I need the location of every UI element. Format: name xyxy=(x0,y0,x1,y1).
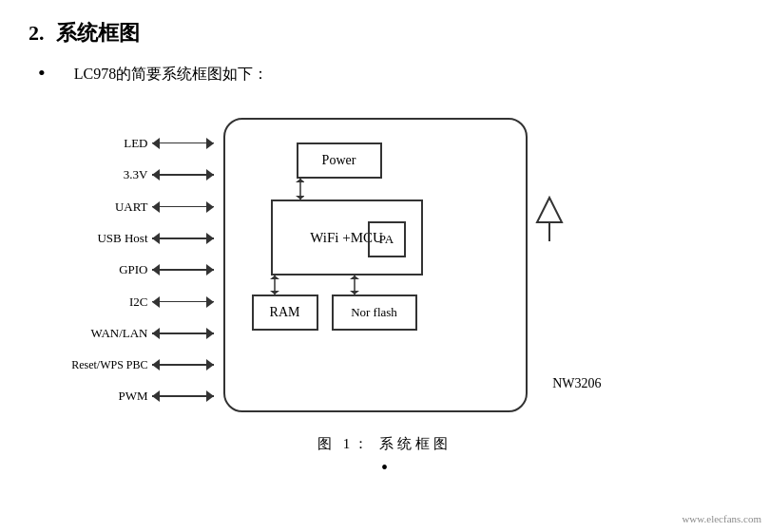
section-title: 2. 系统框图 xyxy=(29,19,740,48)
wifi-mcu-box: WiFi +MCU PA xyxy=(271,200,423,276)
bottom-boxes: RAM Nor flash xyxy=(235,294,516,331)
bottom-bullet: • xyxy=(29,457,740,479)
arrow-led xyxy=(152,138,214,149)
arrow-resetwps xyxy=(152,359,214,370)
svg-marker-0 xyxy=(537,198,562,222)
svg-marker-10 xyxy=(350,291,359,294)
arrow-usbhost xyxy=(152,233,214,244)
svg-marker-3 xyxy=(296,179,304,182)
pa-label: PA xyxy=(379,232,394,247)
section-number: 2. xyxy=(29,21,45,46)
arrow-3v3 xyxy=(152,169,214,180)
svg-marker-7 xyxy=(270,291,279,294)
arrow-row-3v3: 3.3V xyxy=(62,167,214,182)
arrow-row-usbhost: USB Host xyxy=(62,231,214,246)
arrow-gpio xyxy=(152,264,214,276)
intro-text: LC978的简要系统框图如下： xyxy=(74,65,268,85)
ram-box: RAM xyxy=(252,294,318,331)
svg-marker-9 xyxy=(350,276,359,279)
power-label: Power xyxy=(322,153,356,168)
vert-arrow-ram xyxy=(269,276,280,294)
arrow-uart xyxy=(152,201,214,213)
bullet-dot: • xyxy=(38,61,46,86)
section-heading: 系统框图 xyxy=(56,19,140,48)
label-i2c: I2C xyxy=(72,294,148,310)
vert-arrows-bottom xyxy=(252,276,442,294)
chip-box: NW3206 Power WiFi +MCU xyxy=(223,118,528,412)
label-3v3: 3.3V xyxy=(72,167,148,182)
label-led: LED xyxy=(72,136,148,151)
vert-arrow-norflash xyxy=(349,276,360,294)
arrow-i2c xyxy=(152,296,214,308)
chip-model-label: NW3206 xyxy=(552,376,601,391)
arrow-row-wanlan: WAN/LAN xyxy=(62,326,214,341)
watermark: www.elecfans.com xyxy=(682,513,761,524)
arrow-row-i2c: I2C xyxy=(62,294,214,310)
power-wrapper: Power xyxy=(235,137,516,179)
antenna-icon xyxy=(535,196,564,243)
label-wanlan: WAN/LAN xyxy=(72,326,148,341)
norflash-label: Nor flash xyxy=(351,305,397,320)
arrow-row-uart: UART xyxy=(62,200,214,215)
label-usbhost: USB Host xyxy=(72,231,148,246)
svg-marker-6 xyxy=(270,276,279,279)
label-gpio: GPIO xyxy=(72,262,148,277)
bullet-item: • LC978的简要系统框图如下： xyxy=(29,65,740,86)
label-uart: UART xyxy=(72,200,148,215)
pa-box: PA xyxy=(368,221,406,257)
power-box: Power xyxy=(297,142,382,179)
arrow-pwm xyxy=(152,390,214,402)
norflash-box: Nor flash xyxy=(332,294,417,331)
arrow-row-resetwps: Reset/WPS PBC xyxy=(62,358,214,372)
vert-arrow-power-wifi xyxy=(295,179,304,200)
interface-labels: LED 3.3V UART xyxy=(62,127,214,412)
arrow-row-pwm: PWM xyxy=(62,389,214,404)
arrow-row-gpio: GPIO xyxy=(62,262,214,277)
ram-label: RAM xyxy=(270,305,300,320)
wifi-wrapper: WiFi +MCU PA xyxy=(235,200,516,276)
label-resetwps: Reset/WPS PBC xyxy=(71,358,147,372)
diagram-container: LED 3.3V UART xyxy=(29,99,740,453)
arrow-row-led: LED xyxy=(62,136,214,151)
label-pwm: PWM xyxy=(72,389,148,404)
diagram-area: LED 3.3V UART xyxy=(62,99,708,422)
diagram-caption: 图 1： 系统框图 xyxy=(317,435,452,453)
arrow-wanlan xyxy=(152,328,214,339)
